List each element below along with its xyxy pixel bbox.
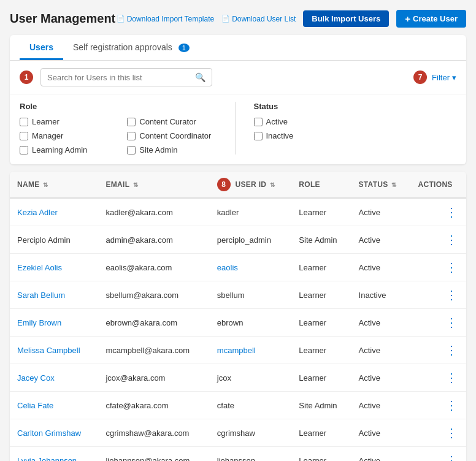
user-name-link[interactable]: Jacey Cox bbox=[17, 373, 55, 383]
cell-email: cfate@akara.com bbox=[98, 392, 209, 419]
cell-user-id: mcampbell bbox=[210, 337, 292, 364]
actions-menu-icon[interactable]: ⋮ bbox=[445, 316, 459, 329]
user-name-link[interactable]: Melissa Campbell bbox=[17, 346, 80, 355]
site-admin-label: Site Admin bbox=[139, 145, 177, 154]
user-name-link[interactable]: Celia Fate bbox=[17, 401, 53, 410]
manager-checkbox[interactable] bbox=[20, 132, 28, 140]
learning-admin-label: Learning Admin bbox=[32, 145, 87, 154]
col-actions: ACTIONS bbox=[411, 172, 466, 198]
site-admin-checkbox[interactable] bbox=[127, 146, 136, 154]
role-manager[interactable]: Manager bbox=[20, 131, 115, 140]
cell-email: eaolis@akara.com bbox=[98, 254, 209, 281]
cell-name: Lyvia Johannson bbox=[10, 447, 98, 462]
cell-name: Perciplo Admin bbox=[10, 226, 98, 254]
header-actions: Download Import Template Download User L… bbox=[117, 10, 466, 28]
col-status[interactable]: STATUS ⇅ bbox=[351, 172, 411, 198]
actions-menu-icon[interactable]: ⋮ bbox=[445, 261, 459, 274]
cell-name: Sarah Bellum bbox=[10, 281, 98, 309]
tab-self-registration[interactable]: Self registration approvals 1 bbox=[63, 35, 199, 60]
actions-menu-icon[interactable]: ⋮ bbox=[445, 454, 459, 461]
cell-role: Learner bbox=[291, 364, 351, 392]
cell-status: Active bbox=[351, 419, 411, 447]
cell-status: Active bbox=[351, 309, 411, 337]
download-users-link[interactable]: Download User List bbox=[221, 15, 296, 23]
manager-label: Manager bbox=[32, 131, 63, 140]
cell-actions[interactable]: ⋮ bbox=[411, 254, 466, 281]
col-email[interactable]: EMAIL ⇅ bbox=[98, 172, 209, 198]
cell-role: Learner bbox=[291, 337, 351, 364]
learner-label: Learner bbox=[32, 117, 60, 126]
cell-name: Celia Fate bbox=[10, 392, 98, 419]
status-filter-section: Status Active Inactive bbox=[235, 102, 457, 154]
step-badge-7: 7 bbox=[413, 70, 427, 84]
cell-actions[interactable]: ⋮ bbox=[411, 419, 466, 447]
cell-actions[interactable]: ⋮ bbox=[411, 447, 466, 462]
tab-users[interactable]: Users bbox=[20, 35, 63, 60]
actions-menu-icon[interactable]: ⋮ bbox=[445, 398, 459, 412]
cell-status: Active bbox=[351, 198, 411, 226]
learning-admin-checkbox[interactable] bbox=[20, 146, 28, 154]
user-name-link[interactable]: Ezekiel Aolis bbox=[17, 263, 62, 272]
users-table-card: NAME ⇅ EMAIL ⇅ 8 USER ID ⇅ ROLE bbox=[10, 172, 466, 461]
col-user-id[interactable]: 8 USER ID ⇅ bbox=[210, 172, 292, 198]
status-inactive[interactable]: Inactive bbox=[254, 131, 457, 140]
user-name-link[interactable]: Lyvia Johannson bbox=[17, 456, 77, 462]
cell-user-id: jcox bbox=[210, 364, 292, 392]
cell-role: Learner bbox=[291, 447, 351, 462]
search-input[interactable] bbox=[47, 73, 195, 82]
status-active[interactable]: Active bbox=[254, 117, 457, 126]
cell-actions[interactable]: ⋮ bbox=[411, 337, 466, 364]
cell-email: mcampbell@akara.com bbox=[98, 337, 209, 364]
inactive-checkbox[interactable] bbox=[254, 132, 263, 140]
download-template-link[interactable]: Download Import Template bbox=[117, 15, 215, 23]
cell-name: Ezekiel Aolis bbox=[10, 254, 98, 281]
cell-status: Active bbox=[351, 226, 411, 254]
filter-area: Role Learner Content Curator Manager bbox=[10, 94, 466, 164]
cell-actions[interactable]: ⋮ bbox=[411, 364, 466, 392]
cell-actions[interactable]: ⋮ bbox=[411, 198, 466, 226]
table-header: NAME ⇅ EMAIL ⇅ 8 USER ID ⇅ ROLE bbox=[10, 172, 466, 198]
actions-menu-icon[interactable]: ⋮ bbox=[445, 343, 459, 357]
filter-button[interactable]: Filter ▾ bbox=[432, 73, 456, 82]
actions-menu-icon[interactable]: ⋮ bbox=[445, 371, 459, 384]
cell-status: Active bbox=[351, 392, 411, 419]
cell-user-id: ebrown bbox=[210, 309, 292, 337]
cell-status: Active bbox=[351, 447, 411, 462]
active-checkbox[interactable] bbox=[254, 118, 263, 126]
search-area: 1 🔍 7 Filter ▾ bbox=[10, 61, 466, 94]
col-name[interactable]: NAME ⇅ bbox=[10, 172, 98, 198]
cell-actions[interactable]: ⋮ bbox=[411, 309, 466, 337]
user-name-link[interactable]: Kezia Adler bbox=[17, 208, 58, 217]
cell-actions[interactable]: ⋮ bbox=[411, 392, 466, 419]
actions-menu-icon[interactable]: ⋮ bbox=[445, 233, 459, 246]
role-learner[interactable]: Learner bbox=[20, 117, 115, 126]
cell-name: Melissa Campbell bbox=[10, 337, 98, 364]
status-filter-list: Active Inactive bbox=[254, 117, 457, 140]
cell-actions[interactable]: ⋮ bbox=[411, 226, 466, 254]
role-site-admin[interactable]: Site Admin bbox=[127, 145, 222, 154]
content-curator-checkbox[interactable] bbox=[127, 118, 136, 126]
user-name-link[interactable]: Sarah Bellum bbox=[17, 291, 65, 300]
search-box: 🔍 bbox=[40, 68, 212, 86]
user-name-link[interactable]: Emily Brown bbox=[17, 318, 61, 327]
table-row: Perciplo Adminadmin@akara.comperciplo_ad… bbox=[10, 226, 466, 254]
cell-role: Site Admin bbox=[291, 226, 351, 254]
cell-user-id: perciplo_admin bbox=[210, 226, 292, 254]
user-id-link[interactable]: mcampbell bbox=[217, 346, 256, 355]
content-coordinator-checkbox[interactable] bbox=[127, 132, 136, 140]
cell-actions[interactable]: ⋮ bbox=[411, 281, 466, 309]
user-name-link[interactable]: Carlton Grimshaw bbox=[17, 429, 81, 438]
bulk-import-button[interactable]: Bulk Import Users bbox=[303, 10, 389, 27]
user-id-link[interactable]: eaolis bbox=[217, 263, 238, 272]
create-user-button[interactable]: Create User bbox=[396, 10, 466, 28]
actions-menu-icon[interactable]: ⋮ bbox=[445, 426, 459, 440]
role-content-coordinator[interactable]: Content Coordinator bbox=[127, 131, 222, 140]
role-learning-admin[interactable]: Learning Admin bbox=[20, 145, 115, 154]
actions-menu-icon[interactable]: ⋮ bbox=[445, 288, 459, 302]
role-content-curator[interactable]: Content Curator bbox=[127, 117, 222, 126]
learner-checkbox[interactable] bbox=[20, 118, 28, 126]
cell-role: Learner bbox=[291, 281, 351, 309]
content-coordinator-label: Content Coordinator bbox=[139, 131, 211, 140]
cell-role: Learner bbox=[291, 198, 351, 226]
actions-menu-icon[interactable]: ⋮ bbox=[445, 205, 459, 219]
